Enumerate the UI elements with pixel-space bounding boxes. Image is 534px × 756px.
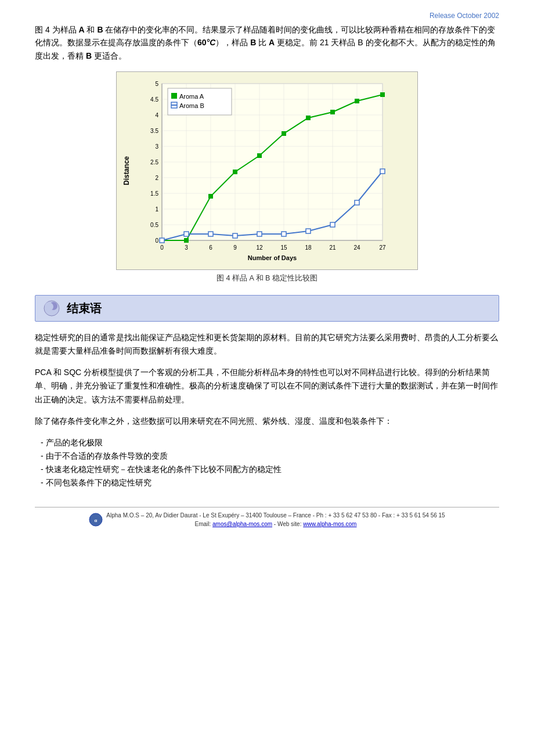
svg-text:0.5: 0.5 [150, 222, 158, 228]
footer-divider: α Alpha M.O.S – 20, Av Didier Daurat - L… [35, 507, 499, 528]
company-info: Alpha M.O.S – 20, Av Didier Daurat - Le … [106, 512, 445, 519]
svg-text:2: 2 [155, 175, 158, 181]
chart-wrapper: Distance [116, 71, 418, 270]
svg-text:21: 21 [329, 244, 336, 251]
svg-rect-59 [282, 232, 286, 236]
svg-rect-46 [208, 194, 213, 199]
svg-rect-60 [306, 229, 311, 233]
svg-text:9: 9 [233, 244, 237, 251]
section-header: 结束语 [35, 295, 499, 322]
svg-text:1.5: 1.5 [150, 190, 158, 197]
paragraph-1: 稳定性研究的目的通常是找出能保证产品稳定性和更长货架期的原材料。目前的其它研究方… [35, 331, 499, 358]
svg-text:0: 0 [160, 244, 164, 251]
svg-rect-55 [184, 232, 189, 236]
footer-email[interactable]: amos@alpha-mos.com [212, 521, 272, 527]
svg-rect-64 [168, 88, 232, 115]
chart-svg: 0 0.5 1 1.5 2 2.5 3 3.5 4 4.5 5 0 3 [133, 78, 394, 264]
footer: α Alpha M.O.S – 20, Av Didier Daurat - L… [35, 511, 499, 528]
svg-text:3: 3 [185, 244, 188, 251]
list-item-1: - 产品的老化极限 [41, 436, 499, 449]
intro-paragraph: 图 4 为样品 A 和 B 在储存中的变化率的不同。结果显示了样品随着时间的变化… [35, 23, 499, 62]
svg-text:Aroma A: Aroma A [179, 93, 204, 100]
company-logo: α [89, 513, 103, 527]
svg-text:4.5: 4.5 [150, 96, 158, 103]
page: Release October 2002 图 4 为样品 A 和 B 在储存中的… [0, 0, 534, 756]
svg-text:5: 5 [155, 81, 158, 87]
chart-caption: 图 4 样品 A 和 B 稳定性比较图 [217, 273, 317, 283]
svg-text:2.5: 2.5 [150, 159, 158, 165]
section-icon [44, 300, 60, 316]
footer-text: Alpha M.O.S – 20, Av Didier Daurat - Le … [106, 511, 445, 528]
chart-inner: 0 0.5 1 1.5 2 2.5 3 3.5 4 4.5 5 0 3 [133, 78, 412, 264]
svg-rect-45 [184, 238, 189, 243]
footer-website[interactable]: www.alpha-mos.com [303, 521, 356, 527]
svg-text:18: 18 [305, 244, 312, 251]
svg-rect-49 [282, 131, 286, 136]
svg-rect-53 [380, 92, 385, 97]
svg-text:4: 4 [155, 112, 158, 118]
svg-text:27: 27 [379, 244, 386, 251]
release-date: Release October 2002 [35, 12, 499, 20]
svg-point-74 [45, 303, 53, 311]
chart-container: Distance [35, 71, 499, 283]
svg-rect-52 [355, 99, 359, 103]
svg-rect-56 [208, 232, 213, 236]
svg-rect-54 [160, 238, 164, 243]
list-item-3: - 快速老化稳定性研究－在快速老化的条件下比较不同配方的稳定性 [41, 463, 499, 476]
svg-text:12: 12 [256, 244, 263, 251]
chart-y-label: Distance [122, 78, 131, 264]
svg-rect-48 [257, 153, 262, 158]
paragraph-3: 除了储存条件变化率之外，这些数据可以用来研究在不同光照、紫外线、湿度、温度和包装… [35, 415, 499, 428]
list-item-4: - 不同包装条件下的稳定性研究 [41, 476, 499, 489]
svg-text:3: 3 [155, 143, 158, 150]
section-title: 结束语 [67, 301, 102, 316]
svg-text:α: α [95, 518, 98, 523]
svg-text:15: 15 [280, 244, 287, 251]
svg-text:3.5: 3.5 [150, 128, 158, 134]
svg-text:0: 0 [155, 237, 158, 244]
svg-rect-57 [233, 233, 237, 238]
svg-rect-61 [330, 222, 335, 227]
svg-text:24: 24 [353, 244, 360, 251]
paragraph-2: PCA 和 SQC 分析模型提供了一个客观的分析工具，不但能分析样品本身的特性也… [35, 366, 499, 406]
list-item-2: - 由于不合适的存放条件导致的变质 [41, 449, 499, 463]
svg-rect-62 [355, 200, 359, 205]
svg-rect-50 [306, 116, 311, 120]
svg-text:1: 1 [155, 206, 158, 213]
svg-rect-47 [233, 170, 237, 174]
svg-text:Number of Days: Number of Days [248, 254, 297, 261]
footer-website-label: - Web site: [274, 521, 302, 527]
svg-text:6: 6 [209, 244, 212, 251]
svg-rect-63 [380, 169, 385, 174]
svg-rect-58 [257, 232, 262, 236]
svg-rect-51 [330, 110, 335, 114]
svg-text:Aroma B: Aroma B [179, 102, 204, 109]
